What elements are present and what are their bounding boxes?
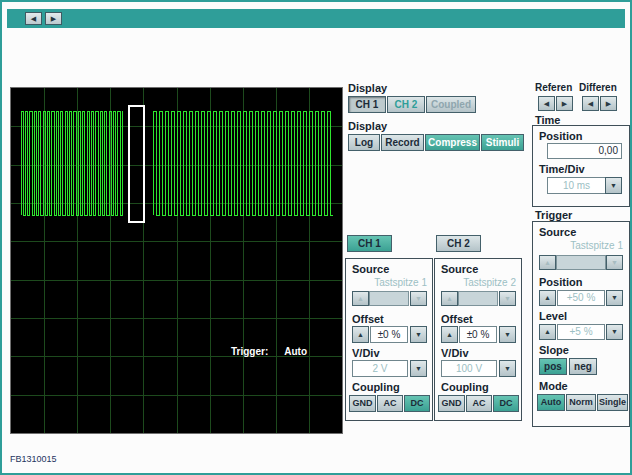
- trigger-level-value: +5 %: [557, 324, 605, 340]
- ch1-vdiv-label: V/Div: [352, 347, 380, 359]
- ch1-offset-up-button[interactable]: ▲: [352, 326, 369, 343]
- ch1-dc-button[interactable]: DC: [404, 395, 430, 412]
- ch1-ac-button[interactable]: AC: [377, 395, 403, 412]
- ch1-offset-label: Offset: [352, 313, 384, 325]
- display-channels-label: Display: [348, 82, 387, 94]
- arrow-right-icon: ▶: [51, 15, 56, 22]
- arrow-right-icon: ▶: [606, 100, 611, 107]
- compress-button[interactable]: Compress: [425, 134, 480, 151]
- trigger-position-down-button[interactable]: ▼: [606, 290, 623, 306]
- trigger-source-label: Source: [539, 226, 576, 238]
- display-ch1-button[interactable]: CH 1: [348, 96, 386, 113]
- chevron-down-icon: ▼: [415, 295, 422, 302]
- ch1-offset-value: ±0 %: [370, 326, 408, 343]
- ch1-coupling-label: Coupling: [352, 381, 400, 393]
- ch1-vdiv-dropdown-button[interactable]: ▼: [410, 360, 427, 377]
- ch2-offset-down-button[interactable]: ▼: [499, 326, 516, 343]
- slope-neg-button[interactable]: neg: [569, 358, 597, 375]
- ch1-gnd-button[interactable]: GND: [349, 395, 376, 412]
- ch2-source-up-button: ▲: [441, 291, 458, 306]
- chevron-up-icon: ▲: [446, 295, 453, 302]
- time-div-dropdown-button[interactable]: ▼: [605, 177, 622, 194]
- ch1-source-label: Source: [352, 263, 389, 275]
- chevron-down-icon: ▼: [610, 182, 617, 189]
- chevron-down-icon: ▼: [611, 259, 618, 266]
- ch2-tab-button[interactable]: CH 2: [436, 235, 481, 252]
- log-button[interactable]: Log: [348, 134, 380, 151]
- arrow-left-icon: ◀: [588, 100, 593, 107]
- trigger-status-value: Auto: [284, 346, 307, 357]
- chevron-down-icon: ▼: [611, 294, 618, 301]
- mode-auto-button[interactable]: Auto: [537, 394, 565, 411]
- trigger-slope-label: Slope: [539, 344, 569, 356]
- ch2-ac-button[interactable]: AC: [466, 395, 492, 412]
- ch1-offset-down-button[interactable]: ▼: [410, 326, 427, 343]
- trigger-mode-label: Mode: [539, 380, 568, 392]
- stimuli-button[interactable]: Stimuli: [481, 134, 524, 151]
- ch2-offset-value: ±0 %: [459, 326, 497, 343]
- ch1-source-down-button: ▼: [410, 291, 427, 306]
- chevron-up-icon: ▲: [544, 294, 551, 301]
- trigger-level-down-button[interactable]: ▼: [606, 324, 623, 340]
- figure-code: FB1310015: [10, 454, 57, 464]
- ch1-tab-button[interactable]: CH 1: [347, 235, 392, 252]
- trigger-status-label: Trigger:: [231, 346, 268, 357]
- chevron-down-icon: ▼: [415, 331, 422, 338]
- trigger-position-value: +50 %: [557, 290, 605, 306]
- trigger-position-up-button[interactable]: ▲: [539, 290, 556, 306]
- ch1-source-up-button: ▲: [352, 291, 369, 306]
- trigger-source-track: [556, 255, 606, 270]
- trigger-level-label: Level: [539, 310, 567, 322]
- record-button[interactable]: Record: [381, 134, 424, 151]
- ch2-vdiv-value: 100 V: [441, 360, 497, 377]
- differential-prev-button[interactable]: ◀: [582, 96, 599, 111]
- chevron-up-icon: ▲: [544, 259, 551, 266]
- ch2-offset-up-button[interactable]: ▲: [441, 326, 458, 343]
- ch2-source-down-button: ▼: [499, 291, 516, 306]
- ch2-source-label: Source: [441, 263, 478, 275]
- ch2-dc-button[interactable]: DC: [493, 395, 519, 412]
- waveform-canvas: [11, 88, 342, 433]
- time-div-label: Time/Div: [539, 163, 585, 175]
- scope-status: Trigger:Auto: [231, 346, 323, 357]
- mode-single-button[interactable]: Single: [597, 394, 628, 411]
- trigger-position-label: Position: [539, 276, 582, 288]
- reference-next-button[interactable]: ▶: [556, 96, 573, 111]
- trigger-source-down-button: ▼: [606, 255, 623, 270]
- time-div-value: 10 ms: [547, 177, 606, 194]
- arrow-left-icon: ◀: [31, 15, 36, 22]
- ch2-offset-label: Offset: [441, 313, 473, 325]
- chevron-down-icon: ▼: [504, 365, 511, 372]
- chevron-down-icon: ▼: [611, 328, 618, 335]
- chevron-down-icon: ▼: [504, 295, 511, 302]
- ch2-source-value: Tastspitze 2: [440, 277, 516, 288]
- trigger-source-up-button: ▲: [539, 255, 556, 270]
- differential-next-button[interactable]: ▶: [600, 96, 617, 111]
- nav-back-button[interactable]: ◀: [25, 12, 42, 25]
- chevron-down-icon: ▼: [504, 331, 511, 338]
- title-bar: ◀ ▶: [7, 9, 625, 28]
- differential-label: Differen: [579, 82, 617, 93]
- ch2-gnd-button[interactable]: GND: [438, 395, 465, 412]
- nav-forward-button[interactable]: ▶: [45, 12, 62, 25]
- reference-label: Referen: [535, 82, 572, 93]
- ch2-source-track: [458, 291, 498, 306]
- reference-prev-button[interactable]: ◀: [538, 96, 555, 111]
- time-position-label: Position: [539, 130, 582, 142]
- trigger-level-up-button[interactable]: ▲: [539, 324, 556, 340]
- display-coupled-button[interactable]: Coupled: [426, 96, 476, 113]
- slope-pos-button[interactable]: pos: [539, 358, 567, 375]
- chevron-up-icon: ▲: [357, 295, 364, 302]
- display-ch2-button[interactable]: CH 2: [387, 96, 425, 113]
- trigger-source-value: Tastspitze 1: [539, 240, 623, 251]
- ch1-source-track: [369, 291, 409, 306]
- ch2-vdiv-dropdown-button[interactable]: ▼: [499, 360, 516, 377]
- arrow-left-icon: ◀: [544, 100, 549, 107]
- time-position-input[interactable]: 0,00: [547, 143, 622, 159]
- chevron-up-icon: ▲: [544, 328, 551, 335]
- mode-norm-button[interactable]: Norm: [566, 394, 596, 411]
- scope-display[interactable]: Trigger:Auto: [10, 87, 343, 434]
- oscilloscope-app-window: ◀ ▶ Trigger:Auto Display CH 1 CH 2 Coupl…: [0, 0, 632, 475]
- display-modes-label: Display: [348, 120, 387, 132]
- chevron-up-icon: ▲: [446, 331, 453, 338]
